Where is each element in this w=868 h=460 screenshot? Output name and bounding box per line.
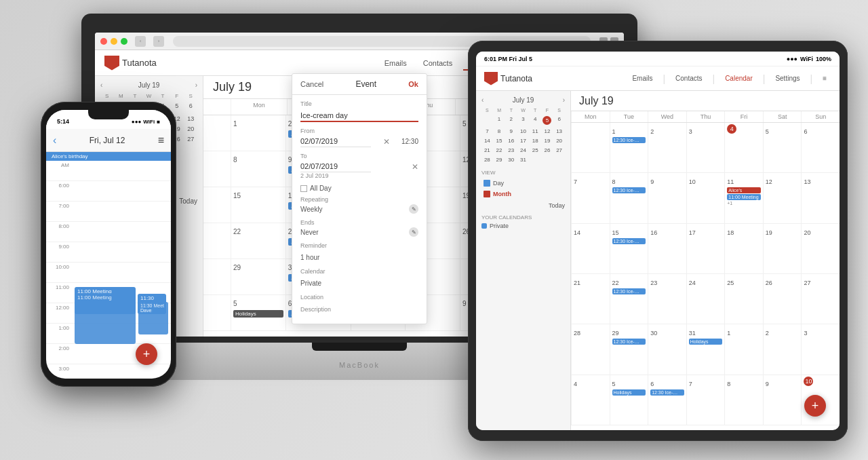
modal-title-label: Event bbox=[355, 79, 376, 89]
iphone-back-btn[interactable]: ‹ bbox=[53, 134, 56, 147]
mini-day-w: W bbox=[142, 92, 156, 100]
ipad-screen: 6:01 PM Fri Jul 5 ●●● WiFi 100% Tutanota bbox=[476, 52, 840, 430]
iphone-screen: 5:14 ●●● WiFi ■ ‹ Fri, Jul 12 ≡ Alice's … bbox=[46, 110, 171, 379]
mac-header-mon: Mon bbox=[231, 99, 287, 115]
ipad-cal-main: July 19 Mon Tue Wed Thu Fri Sat Sun bbox=[571, 91, 840, 430]
ipad-nav-calendar[interactable]: Calendar bbox=[720, 73, 757, 84]
ipad-sidebar: ‹ July 19 › S M T W T F S bbox=[476, 91, 571, 430]
ipad-week-4: 21 2212:30 Ice-… 23 24 25 26 27 bbox=[571, 274, 840, 324]
modal-to-label: To bbox=[300, 153, 418, 159]
iphone-event-banner: Alice's birthday bbox=[46, 152, 171, 161]
modal-title-input[interactable] bbox=[300, 110, 418, 122]
modal-ok-btn[interactable]: Ok bbox=[408, 80, 418, 88]
iphone-wifi-icon: WiFi bbox=[143, 119, 155, 125]
ipad-header-tue: Tue bbox=[610, 111, 648, 122]
ipad-view-day[interactable]: Day bbox=[481, 178, 565, 189]
modal-to-clear[interactable]: ✕ bbox=[412, 162, 418, 172]
scene: ‹ › Tutanota Emails bbox=[0, 0, 868, 460]
ipad-tuta-logo: Tutanota bbox=[484, 72, 532, 85]
iphone-body: 5:14 ●●● WiFi ■ ‹ Fri, Jul 12 ≡ Alice's … bbox=[41, 102, 176, 387]
modal-repeating-label: Repeating bbox=[300, 196, 418, 203]
ipad-cal-main-header: July 19 bbox=[571, 91, 840, 111]
mac-mini-title: July 19 bbox=[138, 81, 160, 89]
ipad-view-label: VIEW bbox=[481, 170, 565, 176]
iphone-time-1000: 10:00 bbox=[46, 263, 171, 283]
iphone-meeting-block-2[interactable]: 11:30 Meet Dave bbox=[138, 302, 168, 334]
iphone-meeting-block-1[interactable]: 11:00 Meeting bbox=[75, 293, 136, 344]
macbook-label: MacBook bbox=[339, 361, 380, 369]
iphone-notch bbox=[88, 110, 129, 119]
iphone-time-600: 6:00 bbox=[46, 181, 171, 202]
iphone-time-am: AM bbox=[46, 161, 171, 181]
ipad-day-icon bbox=[484, 180, 490, 187]
modal-calendar-val: Private bbox=[300, 280, 321, 287]
modal-ends-edit[interactable]: ✎ bbox=[409, 227, 418, 237]
modal-desc-field: Description bbox=[300, 306, 418, 313]
mac-back-btn[interactable]: ‹ bbox=[135, 36, 146, 47]
modal-repeating-edit[interactable]: ✎ bbox=[409, 204, 418, 214]
ipad-week-5: 28 2912:30 Ice-… 30 31Holidays 1 2 3 bbox=[571, 324, 840, 375]
iphone-time-900: 9:00 bbox=[46, 242, 171, 263]
modal-allday-checkbox[interactable] bbox=[300, 185, 307, 192]
mac-mini-next[interactable]: › bbox=[195, 81, 197, 89]
iphone-time-800: 8:00 bbox=[46, 222, 171, 242]
iphone-time: 5:14 bbox=[57, 118, 69, 125]
ipad-fab[interactable]: + bbox=[804, 395, 826, 417]
modal-reminder-field: Reminder 1 hour bbox=[300, 242, 418, 263]
ipad-battery: 100% bbox=[816, 56, 831, 62]
modal-to-field: To ✕ 2 Jul 2019 bbox=[300, 153, 418, 179]
ipad-mini-next[interactable]: › bbox=[563, 96, 565, 104]
modal-from-clear[interactable]: ✕ bbox=[383, 137, 390, 147]
modal-from-label: From bbox=[300, 128, 418, 134]
modal-body: Title From ✕ 12:30 To bbox=[292, 95, 427, 324]
modal-to-input[interactable] bbox=[300, 161, 371, 172]
modal-cancel-btn[interactable]: Cancel bbox=[300, 80, 323, 88]
mac-forward-btn[interactable]: › bbox=[153, 36, 164, 47]
modal-title-label-text: Title bbox=[300, 100, 418, 107]
ipad-today-btn[interactable]: Today bbox=[481, 202, 565, 209]
ipad-nav-emails[interactable]: Emails bbox=[627, 73, 657, 84]
mac-mini-cal-header: ‹ July 19 › bbox=[100, 81, 197, 89]
modal-from-input[interactable] bbox=[300, 136, 371, 147]
modal-calendar-label: Calendar bbox=[300, 268, 418, 275]
ipad-nav-contacts[interactable]: Contacts bbox=[671, 73, 707, 84]
modal-desc-label: Description bbox=[300, 306, 418, 313]
ipad-logo-icon bbox=[484, 72, 498, 85]
modal-repeating-val: Weekly bbox=[300, 206, 323, 213]
ipad-tuta-nav: Tutanota Emails | Contacts | Calendar | bbox=[476, 66, 840, 91]
ipad-body: 6:01 PM Fri Jul 5 ●●● WiFi 100% Tutanota bbox=[468, 41, 848, 441]
iphone-timeline: AM 6:00 7:00 8:00 9:00 10:00 11:00 12:00… bbox=[46, 161, 171, 371]
iphone-battery: ■ bbox=[157, 119, 160, 125]
modal-from-time: 12:30 bbox=[401, 138, 418, 145]
ipad-view-month[interactable]: Month bbox=[481, 189, 565, 199]
ipad-header-mon: Mon bbox=[571, 111, 610, 122]
ipad-week-3: 14 1512:30 Ice-… 16 17 18 19 20 bbox=[571, 224, 840, 274]
ipad-nav-menu[interactable]: ≡ bbox=[818, 73, 831, 84]
ipad-mini-prev[interactable]: ‹ bbox=[481, 96, 484, 104]
modal-calendar-field: Calendar Private bbox=[300, 268, 418, 288]
ipad-header-thu: Thu bbox=[686, 111, 725, 122]
modal-allday[interactable]: All Day bbox=[300, 185, 418, 192]
mac-maximize-dot[interactable] bbox=[121, 38, 127, 45]
macbook-notch bbox=[312, 343, 407, 351]
modal-to-row: ✕ bbox=[300, 161, 418, 172]
iphone-header: ‹ Fri, Jul 12 ≡ bbox=[46, 129, 171, 152]
event-modal: Cancel Event Ok Title From bbox=[292, 73, 427, 324]
mini-day-f: F bbox=[170, 92, 184, 100]
mac-mini-prev[interactable]: ‹ bbox=[100, 81, 102, 89]
mac-minimize-dot[interactable] bbox=[111, 38, 117, 45]
ipad-status-time: 6:01 PM Fri Jul 5 bbox=[484, 56, 532, 62]
ipad-cal-private-dot bbox=[481, 223, 487, 229]
ipad-nav-settings[interactable]: Settings bbox=[770, 73, 804, 84]
modal-from-field: From ✕ 12:30 bbox=[300, 128, 418, 147]
mac-nav-emails[interactable]: Emails bbox=[379, 56, 412, 70]
tuta-logo-text: Tutanota bbox=[122, 58, 157, 68]
iphone-menu-btn[interactable]: ≡ bbox=[158, 134, 164, 147]
ipad: 6:01 PM Fri Jul 5 ●●● WiFi 100% Tutanota bbox=[468, 41, 848, 441]
iphone-fab[interactable]: + bbox=[136, 343, 157, 365]
ipad-week-6: 4 5Holidays 612:30 Ice-… 7 8 9 10 bbox=[571, 375, 840, 425]
week-num-header bbox=[203, 99, 231, 115]
mac-close-dot[interactable] bbox=[100, 38, 107, 45]
iphone: 5:14 ●●● WiFi ■ ‹ Fri, Jul 12 ≡ Alice's … bbox=[41, 102, 176, 387]
mac-nav-contacts[interactable]: Contacts bbox=[418, 56, 458, 70]
